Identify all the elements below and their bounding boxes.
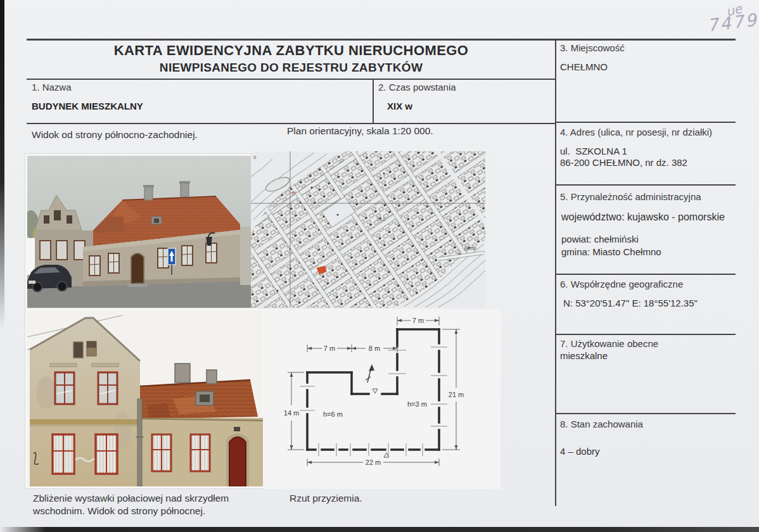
field-1-value: BUDYNEK MIESZKALNY [32, 101, 143, 111]
north-arrow-icon [366, 364, 374, 383]
table-border-line [556, 413, 736, 414]
table-border-line [556, 274, 736, 275]
table-border-line [555, 39, 556, 506]
card-title-line2: NIEWPISANEGO DO REJESTRU ZABYTKÓW [27, 61, 556, 75]
caption-plan: Rzut przyziemia. [290, 492, 362, 505]
field-3-value: CHEŁMNO [560, 61, 608, 72]
floor-plan-image: 7 m 7 m 8 m 14 m 21 m 22 m h=6 m h=3 m [272, 312, 488, 476]
field-8-value: 4 – dobry [560, 446, 600, 457]
map-elevation-label: 74.0 [376, 217, 386, 222]
table-border-line [27, 39, 736, 41]
handwritten-inventory-number: 7479 [706, 10, 759, 35]
field-6-value: N: 53°20'51.47" E: 18°55'12.35" [563, 298, 698, 308]
map-corner-label: 0 [253, 155, 257, 160]
height-main: h=6 m [323, 410, 343, 418]
field-3-label: 3. Miejscowość [560, 42, 625, 53]
field-5-value-line2: powiat: chełmiński [561, 234, 639, 244]
table-border-line [556, 122, 736, 123]
string-course [30, 419, 140, 426]
field-4-label: 4. Adres (ulica, nr posesji, nr działki) [560, 127, 712, 137]
floor-plan-drawing: 7 m 7 m 8 m 14 m 21 m 22 m h=6 m h=3 m [272, 312, 488, 479]
dim-bottom: 22 m [366, 459, 381, 466]
photo-gable-closeup-image [27, 310, 263, 486]
dim-top: 7 m [412, 317, 424, 324]
table-border-line [373, 79, 374, 124]
orientation-map: 0 74.0 Armii [251, 151, 485, 310]
field-7-value: mieszkalne [560, 350, 608, 361]
orientation-map-image: 0 74.0 Armii [251, 151, 485, 308]
photo-northwest-view-image [27, 156, 254, 308]
caption-photo2: Zbliżenie wystawki połaciowej nad skrzyd… [33, 492, 229, 517]
table-border-line [556, 334, 736, 335]
field-5-value-line3: gmina: Miasto Chełmno [561, 246, 661, 257]
field-5-label: 5. Przynależność administracyjna [560, 191, 701, 202]
field-5-value-line1: województwo: kujawsko - pomorskie [561, 212, 725, 223]
scan-edge-left [0, 0, 4, 329]
dim-left-top: 7 m [324, 345, 335, 352]
caption-photo2-line2: wschodnim. Widok od strony północnej. [33, 505, 229, 517]
roof-dormer [151, 217, 162, 224]
photo-northwest-view [25, 154, 256, 310]
table-border-line [556, 184, 736, 186]
field-4-value-line2: 86-200 CHEŁMNO, nr dz. 382 [560, 157, 687, 168]
caption-photo1: Widok od strony północno-zachodniej. [32, 129, 198, 141]
height-wing: h=3 m [407, 400, 427, 408]
dim-mid-top: 8 m [369, 345, 380, 352]
document-sheet: ue 7479 KARTA EWIDENCYJNA ZABYTKU NIERUC… [0, 0, 759, 532]
table-border-line [27, 123, 556, 124]
scan-edge-bottom [0, 527, 759, 532]
field-4-value-line1: ul. SZKOLNA 1 [560, 146, 627, 156]
field-8-label: 8. Stan zachowania [560, 419, 643, 429]
card-title: KARTA EWIDENCYJNA ZABYTKU NIERUCHOMEGO N… [27, 42, 556, 75]
dim-right: 21 m [449, 391, 464, 398]
field-2-label: 2. Czas powstania [378, 82, 456, 92]
field-7-label: 7. Użytkowanie obecne [560, 338, 658, 349]
card-title-line1: KARTA EWIDENCYJNA ZABYTKU NIERUCHOMEGO [27, 42, 556, 59]
wing-dormer [196, 391, 214, 405]
field-6-label: 6. Współrzędne geograficzne [560, 279, 683, 289]
photo-gable-closeup [25, 308, 265, 488]
dim-left: 14 m [284, 409, 299, 417]
car [27, 265, 72, 292]
field-2-value: XIX w [387, 101, 412, 111]
table-border-line [27, 79, 556, 80]
caption-map: Plan orientacyjny, skala 1:20 000. [287, 125, 433, 137]
map-street-label: Armii [464, 245, 476, 251]
field-1-label: 1. Nazwa [32, 82, 72, 92]
entrance-triangle-icon [373, 389, 378, 393]
caption-photo2-line1: Zbliżenie wystawki połaciowej nad skrzyd… [33, 492, 229, 505]
